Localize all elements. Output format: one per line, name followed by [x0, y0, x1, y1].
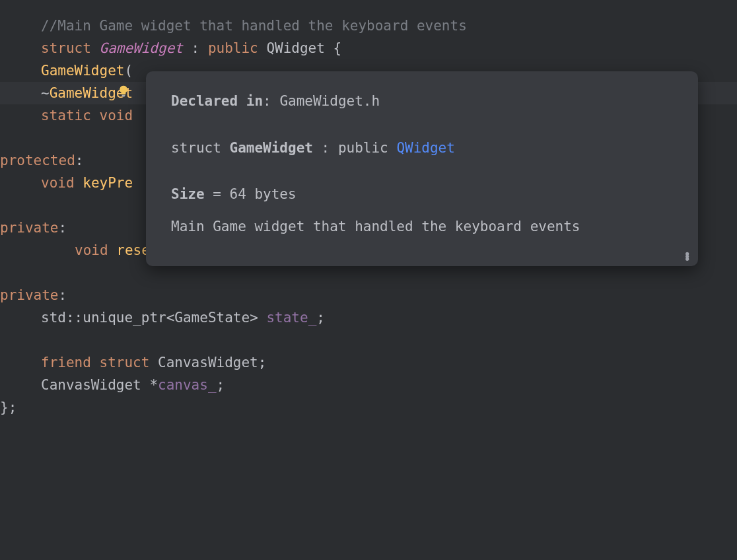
quick-doc-popup[interactable]: Declared in: GameWidget.h struct GameWid… — [146, 71, 698, 266]
svg-rect-0 — [122, 95, 125, 96]
code-line-comment: //Main Game widget that handled the keyb… — [0, 15, 737, 37]
blank-line — [0, 329, 737, 351]
code-line-friend: friend struct CanvasWidget; — [0, 351, 737, 374]
svg-rect-1 — [122, 96, 125, 96]
code-line-struct-decl: struct GameWidget : public QWidget { — [0, 37, 737, 59]
qwidget-link[interactable]: QWidget — [396, 140, 455, 156]
description-row: Main Game widget that handled the keyboa… — [171, 215, 673, 238]
code-line-uniqueptr: std::unique_ptr<GameState> state_; — [0, 306, 737, 329]
code-line-private2: private: — [0, 284, 737, 306]
declared-in-row: Declared in: GameWidget.h — [171, 90, 673, 113]
more-menu-icon[interactable]: ••• — [684, 253, 691, 261]
gutter-highlight — [0, 36, 41, 150]
code-line-canvasptr: CanvasWidget *canvas_; — [0, 374, 737, 396]
lightbulb-icon[interactable] — [50, 59, 63, 72]
size-row: Size = 64 bytes — [171, 183, 673, 206]
signature-row: struct GameWidget : public QWidget — [171, 137, 673, 160]
code-line-close: }; — [0, 396, 737, 419]
comment-text: //Main Game widget that handled the keyb… — [41, 15, 467, 38]
